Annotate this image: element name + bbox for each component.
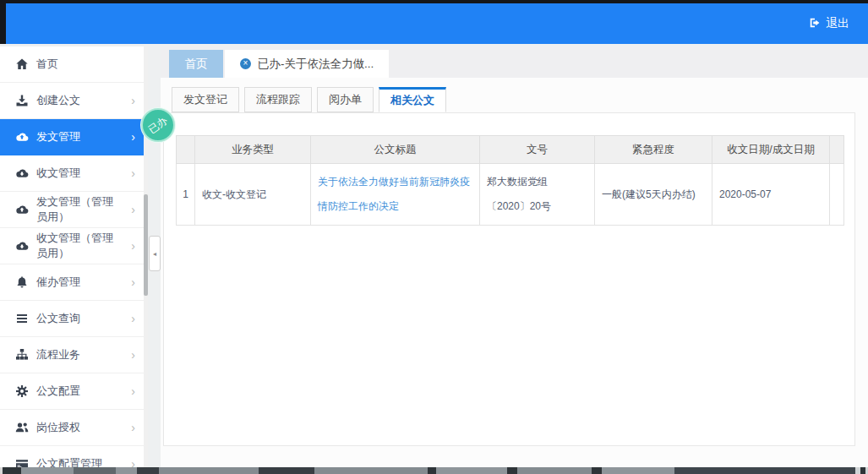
table-header-row: 业务类型公文标题文号紧急程度收文日期/成文日期 <box>177 136 844 164</box>
chevron-right-icon: › <box>131 130 135 144</box>
main-tab-home[interactable]: 首页 <box>169 50 223 78</box>
top-header-bar: 退出 <box>6 3 868 44</box>
chevron-right-icon: › <box>131 239 135 253</box>
card-icon <box>15 457 29 467</box>
cloud-download-icon <box>15 239 29 253</box>
sidebar-collapse-handle[interactable]: ◂ <box>149 236 161 271</box>
chevron-right-icon: › <box>131 384 135 398</box>
sidebar-item-doc-config-mgmt[interactable]: 公文配置管理› <box>0 446 144 467</box>
table-cell <box>830 164 844 226</box>
window-strip-segment <box>3 467 21 474</box>
table-cell: 2020-05-07 <box>712 164 830 226</box>
window-strip-segment <box>674 467 855 474</box>
sidebar-item-urge-mgmt[interactable]: 催办管理› <box>0 264 144 301</box>
bottom-window-strip <box>0 467 868 474</box>
home-icon <box>15 57 29 71</box>
sidebar-item-label: 公文配置 <box>36 384 80 399</box>
sidebar-item-label: 收文管理（管理员用） <box>36 231 123 261</box>
cloud-upload-icon <box>15 130 29 144</box>
logout-button[interactable]: 退出 <box>809 16 849 31</box>
window-strip-segment <box>436 467 507 474</box>
cloud-upload-icon <box>15 203 29 216</box>
sub-tab-read-sheet[interactable]: 阅办单 <box>317 87 374 112</box>
done-status-badge: 已办 <box>141 108 175 142</box>
window-strip-segment <box>259 467 314 474</box>
users-icon <box>15 421 29 434</box>
sidebar-item-doc-query[interactable]: 公文查询› <box>0 301 144 337</box>
table-header-cell: 收文日期/成文日期 <box>712 136 830 164</box>
table-row: 1收文-收文登记关于依法全力做好当前新冠肺炎疫情防控工作的决定郑大数据党组〔20… <box>177 164 844 226</box>
sidebar-item-label: 流程业务 <box>36 347 80 362</box>
main-tab-bar: 首页×已办-关于依法全力做... <box>161 46 868 78</box>
window-strip-segment <box>517 467 592 474</box>
close-icon[interactable]: × <box>240 58 251 69</box>
gear-icon <box>15 384 29 398</box>
window-strip-segment <box>428 467 436 474</box>
sidebar-item-doc-config[interactable]: 公文配置› <box>0 373 144 410</box>
chevron-right-icon: › <box>131 457 135 467</box>
sidebar-nav: 首页创建公文›发文管理›收文管理›发文管理（管理员用）›收文管理（管理员用）›催… <box>0 46 145 467</box>
sub-tab-flow-track[interactable]: 流程跟踪 <box>244 87 312 112</box>
main-tab-done-doc[interactable]: ×已办-关于依法全力做... <box>225 50 389 78</box>
sidebar-item-label: 首页 <box>36 57 58 72</box>
chevron-right-icon: › <box>131 275 135 289</box>
chevron-right-icon: › <box>131 421 135 434</box>
table-header-cell <box>830 136 844 164</box>
chevron-right-icon: › <box>131 203 135 216</box>
done-badge-label: 已办 <box>145 113 170 137</box>
window-strip-segment <box>74 467 116 474</box>
sitemap-icon <box>15 348 29 362</box>
table-cell: 郑大数据党组〔2020〕20号 <box>480 164 595 226</box>
chevron-right-icon: › <box>131 166 135 180</box>
sidebar-item-dispatch-mgmt-admin[interactable]: 发文管理（管理员用）› <box>0 192 144 228</box>
related-docs-table: 业务类型公文标题文号紧急程度收文日期/成文日期1收文-收文登记关于依法全力做好当… <box>176 135 844 226</box>
sidebar-item-label: 收文管理 <box>36 166 80 181</box>
sidebar-item-label: 发文管理（管理员用） <box>36 194 123 225</box>
doc-title-link[interactable]: 关于依法全力做好当前新冠肺炎疫情防控工作的决定 <box>318 176 470 212</box>
window-strip-segment <box>602 467 674 474</box>
window-strip-segment <box>507 467 517 474</box>
table-cell: 1 <box>177 164 195 226</box>
window-strip-segment <box>137 467 159 474</box>
table-header-cell: 紧急程度 <box>595 136 712 164</box>
window-strip-segment <box>592 467 602 474</box>
related-docs-panel: 业务类型公文标题文号紧急程度收文日期/成文日期1收文-收文登记关于依法全力做好当… <box>163 112 855 446</box>
sidebar-item-label: 发文管理 <box>36 129 80 144</box>
main-tab-label: 首页 <box>185 57 208 72</box>
chevron-right-icon: › <box>131 348 135 362</box>
chevron-right-icon: › <box>131 312 135 325</box>
sidebar-item-post-auth[interactable]: 岗位授权› <box>0 410 144 446</box>
sidebar-scrollbar-thumb[interactable] <box>144 194 148 296</box>
sidebar-item-dispatch-mgmt[interactable]: 发文管理› <box>0 119 144 155</box>
sign-out-icon <box>809 17 821 31</box>
sidebar-item-create-doc[interactable]: 创建公文› <box>0 83 144 119</box>
table-cell: 关于依法全力做好当前新冠肺炎疫情防控工作的决定 <box>311 164 480 226</box>
window-strip-segment <box>116 467 137 474</box>
top-header: 退出 <box>0 0 868 44</box>
sub-tab-related-docs[interactable]: 相关公文 <box>379 87 446 112</box>
window-strip-segment <box>314 467 428 474</box>
table-header-cell <box>177 136 195 164</box>
table-cell: 一般(建议5天内办结) <box>595 164 712 226</box>
sidebar-item-receive-mgmt[interactable]: 收文管理› <box>0 155 144 192</box>
window-strip-segment <box>21 467 74 474</box>
logout-label: 退出 <box>826 16 849 31</box>
sub-tab-dispatch-register[interactable]: 发文登记 <box>172 87 239 112</box>
sidebar-item-label: 创建公文 <box>36 93 80 108</box>
main-content: 首页×已办-关于依法全力做... 发文登记流程跟踪阅办单相关公文 业务类型公文标… <box>161 46 868 467</box>
table-header-cell: 公文标题 <box>311 136 480 164</box>
sidebar-item-label: 公文查询 <box>36 311 80 326</box>
sidebar-item-flow-business[interactable]: 流程业务› <box>0 337 144 373</box>
sidebar-item-label: 催办管理 <box>36 275 80 290</box>
bell-icon <box>15 275 29 289</box>
sub-tab-bar: 发文登记流程跟踪阅办单相关公文 <box>172 87 868 112</box>
sidebar-item-home[interactable]: 首页 <box>0 46 144 83</box>
sidebar-item-receive-mgmt-admin[interactable]: 收文管理（管理员用）› <box>0 228 144 264</box>
cloud-download-icon <box>15 166 29 180</box>
table-header-cell: 业务类型 <box>195 136 311 164</box>
window-strip-segment <box>860 467 865 474</box>
list-icon <box>15 312 29 325</box>
app-root: 退出 首页创建公文›发文管理›收文管理›发文管理（管理员用）›收文管理（管理员用… <box>0 0 868 474</box>
window-strip-segment <box>159 467 259 474</box>
sidebar-scrollbar[interactable] <box>144 46 148 467</box>
